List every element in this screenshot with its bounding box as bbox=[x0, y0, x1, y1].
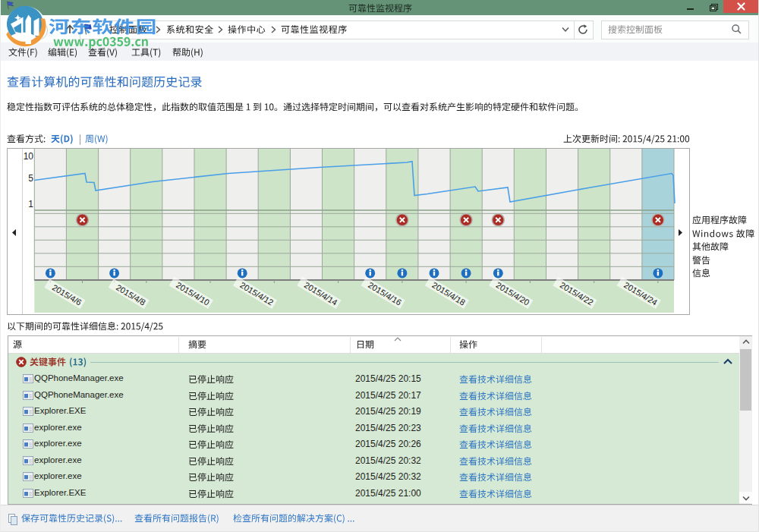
svg-text:5: 5 bbox=[28, 173, 33, 184]
svg-text:1: 1 bbox=[28, 199, 33, 209]
svg-text:10: 10 bbox=[24, 151, 34, 162]
